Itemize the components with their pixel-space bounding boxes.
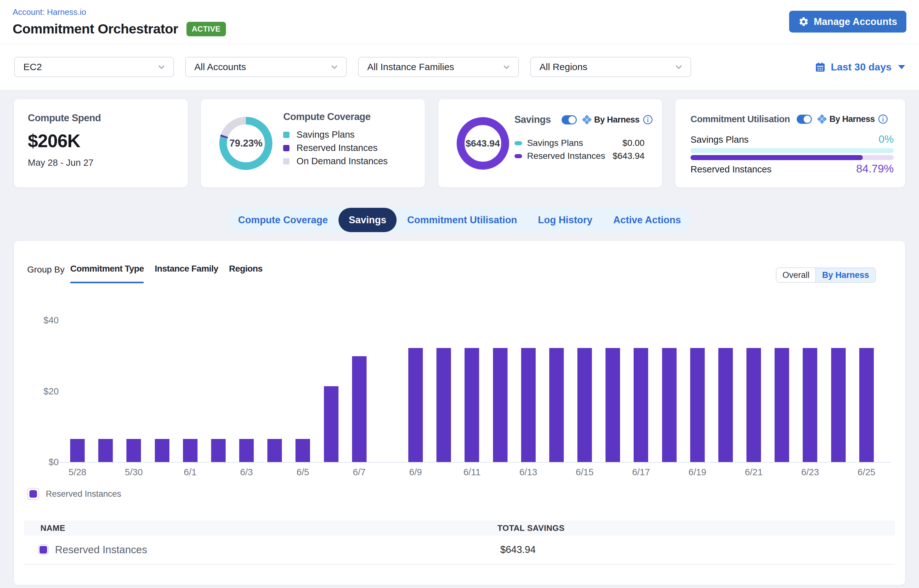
bar-6/25[interactable] [859,348,874,462]
manage-accounts-button[interactable]: Manage Accounts [789,11,906,32]
overall-button[interactable]: Overall [776,268,816,282]
bar-6/20[interactable] [718,348,733,462]
bar-6/6[interactable] [324,386,339,462]
legend-item-label: On Demand Instances [297,156,388,166]
commitment-utilisation-title: Commitment Utilisation [690,114,790,124]
group-by-label: Group By [27,265,65,275]
page-title: Commitment Orchestrator [13,21,178,37]
chart-legend[interactable]: Reserved Instances [27,488,122,500]
date-range-label: Last 30 days [831,61,891,73]
tab-commitment-utilisation[interactable]: Commitment Utilisation [397,208,527,232]
reserved-instances-legend-swatch [27,488,39,500]
account-breadcrumb-link[interactable]: Account: Harness.io [13,7,226,17]
date-range-picker[interactable]: Last 30 days [814,61,905,73]
group-by-instance-family[interactable]: Instance Family [154,264,218,276]
by-harness-label: By Harness [594,115,640,125]
x-axis-line [56,462,891,463]
x-axis-tick-label: 6/13 [506,467,551,478]
bar-6/24[interactable] [831,348,846,462]
bar-6/1[interactable] [183,439,198,462]
by-harness-button[interactable]: By Harness [815,268,875,282]
accounts-select-value: All Accounts [194,61,246,72]
by-harness-label: By Harness [829,114,875,124]
bar-6/10[interactable] [436,348,451,462]
x-axis-tick-label: 6/17 [619,467,663,478]
savings-card: $643.94 Savings By Harness [438,99,662,187]
commitment-utilisation-card: Commitment Utilisation By Harness [675,99,905,187]
compute-coverage-card: 79.23% Compute Coverage Savings Plans Re… [201,99,425,187]
caret-down-icon [898,65,905,69]
info-icon[interactable] [643,115,653,125]
tab-log-history[interactable]: Log History [527,208,603,232]
tab-savings[interactable]: Savings [339,208,397,232]
group-by-commitment-type[interactable]: Commitment Type [70,264,144,276]
summary-cards: Compute Spend $206K May 28 - Jun 27 79.2… [0,90,919,187]
y-axis-tick-label: $20 [14,386,59,397]
row-total-savings: $643.94 [500,544,536,556]
bar-6/9[interactable] [408,348,423,462]
legend-item: On Demand Instances [283,156,388,166]
savings-by-harness-toggle[interactable] [562,115,577,124]
bar-6/11[interactable] [465,348,479,462]
bar-6/21[interactable] [746,348,761,462]
compute-coverage-title: Compute Coverage [283,111,388,123]
bar-5/28[interactable] [70,439,85,462]
bar-6/17[interactable] [634,348,648,462]
bar-6/22[interactable] [775,348,789,462]
x-axis-tick-label: 6/3 [224,467,269,478]
util-savings-plans-value: 0% [878,133,894,145]
bar-6/4[interactable] [267,439,282,462]
info-icon[interactable] [878,114,888,124]
service-select[interactable]: EC2 [14,57,174,77]
bar-5/29[interactable] [98,439,113,462]
bar-6/7[interactable] [352,356,366,462]
bar-6/2[interactable] [211,439,225,462]
accounts-select[interactable]: All Accounts [185,57,347,77]
savings-plans-swatch [283,132,290,138]
bar-5/30[interactable] [126,439,141,462]
chart-legend-label: Reserved Instances [46,489,122,499]
group-by-regions[interactable]: Regions [229,264,263,276]
overall-by-harness-toggle: Overall By Harness [776,268,876,283]
legend-item: Savings Plans [283,129,388,140]
savings-row-value: $643.94 [613,151,644,161]
bar-6/13[interactable] [521,348,536,462]
savings-title: Savings [514,114,551,125]
x-axis-tick-label: 6/25 [844,467,889,478]
x-axis-tick-label: 6/5 [280,467,325,478]
bar-6/3[interactable] [239,439,254,462]
instance-families-select[interactable]: All Instance Families [358,57,519,77]
bar-6/19[interactable] [690,348,705,462]
bar-6/23[interactable] [803,348,817,462]
bar-6/5[interactable] [295,439,310,462]
compute-coverage-donut-value: 79.23% [227,124,265,162]
tab-active-actions[interactable]: Active Actions [603,208,692,232]
y-axis-tick-label: $0 [14,457,59,467]
column-header-name: NAME [24,523,498,533]
y-axis-tick-label: $40 [14,315,59,326]
util-reserved-instances-value: 84.79% [856,162,894,175]
x-axis-tick-label: 6/11 [450,467,494,478]
regions-select[interactable]: All Regions [530,57,691,77]
tab-compute-coverage[interactable]: Compute Coverage [227,208,338,232]
utilisation-by-harness-toggle[interactable] [797,115,812,124]
bar-5/31[interactable] [155,439,169,462]
compute-spend-card: Compute Spend $206K May 28 - Jun 27 [14,99,188,187]
table-row[interactable]: Reserved Instances $643.94 [24,536,895,565]
bar-6/16[interactable] [606,348,620,462]
status-badge: ACTIVE [186,22,226,36]
legend-item: Reserved Instances [283,143,388,153]
bar-6/18[interactable] [662,348,677,462]
bar-6/15[interactable] [577,348,592,462]
legend-item-label: Savings Plans [297,129,355,140]
savings-plans-swatch [514,141,522,145]
savings-panel: Group By Commitment Type Instance Family… [14,241,905,585]
savings-row-label: Reserved Instances [527,151,605,161]
x-axis-tick-label: 6/9 [394,467,438,478]
bar-6/12[interactable] [493,348,507,462]
bar-6/14[interactable] [549,348,564,462]
table-header: NAME TOTAL SAVINGS [24,521,895,536]
savings-bar-chart: $0$20$40 [14,314,905,463]
section-tabs: Compute Coverage Savings Commitment Util… [227,208,691,232]
regions-select-value: All Regions [540,61,587,72]
